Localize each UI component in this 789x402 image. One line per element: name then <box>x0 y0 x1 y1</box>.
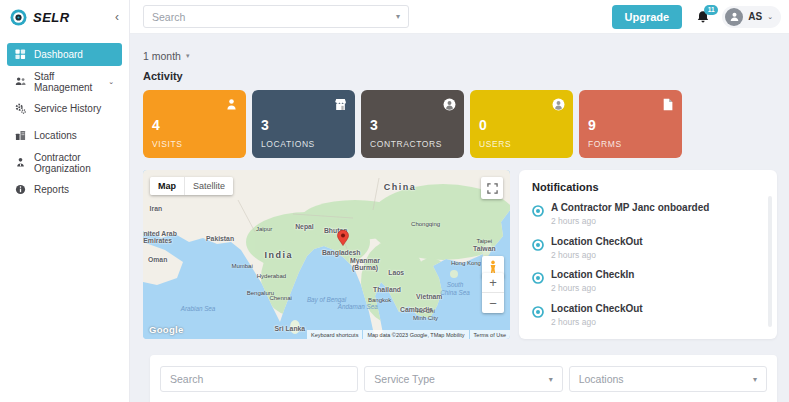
activity-section-title: Activity <box>143 70 777 82</box>
sidebar-item-service-history[interactable]: Service History <box>7 97 122 120</box>
map-label: Vietnam <box>416 293 442 301</box>
storefront-icon <box>334 97 347 110</box>
zoom-in-button[interactable]: + <box>482 273 504 293</box>
map-attribution: Keyboard shortcuts Map data ©2023 Google… <box>307 330 510 339</box>
sidebar-menu: Dashboard Staff Management ⌄ Service His… <box>0 34 129 201</box>
dashboard-grid-icon <box>15 49 26 60</box>
sidebar-item-reports[interactable]: Reports <box>7 178 122 201</box>
map[interactable]: ChinaIndiaIranPakistanNepalBhutanBanglad… <box>143 170 510 339</box>
avatar <box>725 8 743 26</box>
logo-icon <box>10 9 27 26</box>
sidebar-item-label: Reports <box>34 184 69 195</box>
map-zoom-control: + − <box>482 273 504 313</box>
zoom-out-button[interactable]: − <box>482 293 504 313</box>
logo-text: SELR <box>33 10 70 25</box>
notifications-panel: Notifications A Contractor MP Janc onboa… <box>519 170 777 339</box>
google-logo[interactable]: Google <box>149 324 184 335</box>
map-label: China <box>384 182 417 192</box>
notifications-bell-button[interactable]: 11 <box>696 10 710 24</box>
notification-title-text: Location CheckOut <box>551 303 643 314</box>
chevron-down-icon: ▾ <box>549 375 553 384</box>
bullseye-icon <box>532 237 544 249</box>
sidebar-item-label: Locations <box>34 130 77 141</box>
notification-item[interactable]: Location CheckOut 2 hours ago <box>532 236 764 260</box>
notification-item[interactable]: Location CheckOut 2 hours ago <box>532 303 764 327</box>
sidebar-item-label: Staff Management <box>34 71 100 93</box>
chevron-down-icon: ▾ <box>396 12 400 21</box>
stat-card-users[interactable]: 0 USERS <box>470 90 573 158</box>
sidebar-item-dashboard[interactable]: Dashboard <box>7 43 122 66</box>
map-label: Bangkok <box>368 297 391 304</box>
map-label: Cambodia <box>400 306 433 314</box>
map-fullscreen-button[interactable] <box>481 177 503 199</box>
service-type-select[interactable]: Service Type ▾ <box>364 366 562 392</box>
map-view-button[interactable]: Map <box>150 177 185 195</box>
stat-label: CONTRACTORS <box>370 139 442 149</box>
stat-value: 0 <box>479 117 487 133</box>
people-icon <box>15 76 26 87</box>
bullseye-icon <box>532 304 544 316</box>
map-label: Bengaluru <box>247 290 274 297</box>
locations-select[interactable]: Locations ▾ <box>569 366 767 392</box>
stat-label: FORMS <box>588 139 622 149</box>
notification-item[interactable]: Location CheckIn 2 hours ago <box>532 269 764 293</box>
global-search-combobox[interactable]: Search ▾ <box>143 5 409 28</box>
map-label: Bay of Bengal <box>307 297 346 304</box>
map-label: South China Sea <box>440 281 469 295</box>
sidebar-item-staff-management[interactable]: Staff Management ⌄ <box>7 70 122 93</box>
locations-value: Locations <box>579 373 624 385</box>
map-type-switcher: Map Satellite <box>150 177 233 195</box>
user-menu-button[interactable]: AS ⌄ <box>722 6 781 28</box>
period-filter-dropdown[interactable]: 1 month ▾ <box>143 50 189 62</box>
stat-card-forms[interactable]: 9 FORMS <box>579 90 682 158</box>
topbar: Search ▾ Upgrade 11 AS ⌄ <box>130 0 789 34</box>
terms-of-use-link[interactable]: Terms of Use <box>470 330 510 339</box>
map-label: Taiwan <box>473 246 496 254</box>
notification-title-text: Location CheckOut <box>551 236 643 247</box>
notification-title-text: Location CheckIn <box>551 269 634 280</box>
map-label: Jaipur <box>256 226 272 233</box>
keyboard-shortcuts-link[interactable]: Keyboard shortcuts <box>307 330 362 339</box>
sidebar-collapse-icon[interactable]: ‹ <box>115 10 119 24</box>
stat-label: USERS <box>479 139 511 149</box>
stat-card-contractors[interactable]: 3 CONTRACTORS <box>361 90 464 158</box>
sidebar-item-locations[interactable]: Locations <box>7 124 122 147</box>
sidebar: SELR ‹ Dashboard Staff Management ⌄ Serv… <box>0 0 130 402</box>
sidebar-item-label: Contractor Organization <box>34 152 114 174</box>
notifications-scrollbar[interactable] <box>768 196 772 327</box>
contractor-person-icon <box>15 157 26 168</box>
map-label: Thailand <box>373 286 401 294</box>
middle-row: ChinaIndiaIranPakistanNepalBhutanBanglad… <box>143 170 777 339</box>
global-search-placeholder: Search <box>152 11 185 23</box>
notification-item[interactable]: A Contractor MP Janc onboarded 2 hours a… <box>532 202 764 226</box>
stat-value: 4 <box>152 117 160 133</box>
stat-value: 9 <box>588 117 596 133</box>
sidebar-item-contractor-organization[interactable]: Contractor Organization <box>7 151 122 174</box>
map-label: India <box>265 249 294 259</box>
stat-card-visits[interactable]: 4 VISITS <box>143 90 246 158</box>
period-filter-value: 1 month <box>143 50 181 62</box>
map-label: Andaman Sea <box>338 303 378 310</box>
satellite-view-button[interactable]: Satellite <box>185 177 233 195</box>
chevron-down-icon: ⌄ <box>767 13 773 21</box>
map-pin-marker[interactable] <box>337 230 350 246</box>
map-label: Nepal <box>295 224 314 232</box>
filter-search-input[interactable] <box>160 366 358 392</box>
gears-icon <box>15 103 26 114</box>
stat-card-locations[interactable]: 3 LOCATIONS <box>252 90 355 158</box>
main-content: 1 month ▾ Activity 4 VISITS 3 LOCATIONS … <box>130 34 789 402</box>
chevron-down-icon[interactable]: ⌄ <box>108 78 114 86</box>
file-icon <box>661 97 674 110</box>
stat-label: LOCATIONS <box>261 139 315 149</box>
map-label: Chennai <box>269 295 291 302</box>
map-label: Hyderabad <box>257 273 286 280</box>
map-label: Taipei <box>476 238 492 245</box>
notifications-title: Notifications <box>532 181 764 193</box>
bullseye-icon <box>532 203 544 215</box>
map-label: Pakistan <box>206 235 234 243</box>
filter-bar: Service Type ▾ Locations ▾ <box>150 355 777 402</box>
upgrade-button[interactable]: Upgrade <box>612 5 683 29</box>
bullseye-icon <box>532 270 544 282</box>
map-label: United Arab Emirates <box>143 230 177 246</box>
person-circle-icon <box>552 97 565 110</box>
